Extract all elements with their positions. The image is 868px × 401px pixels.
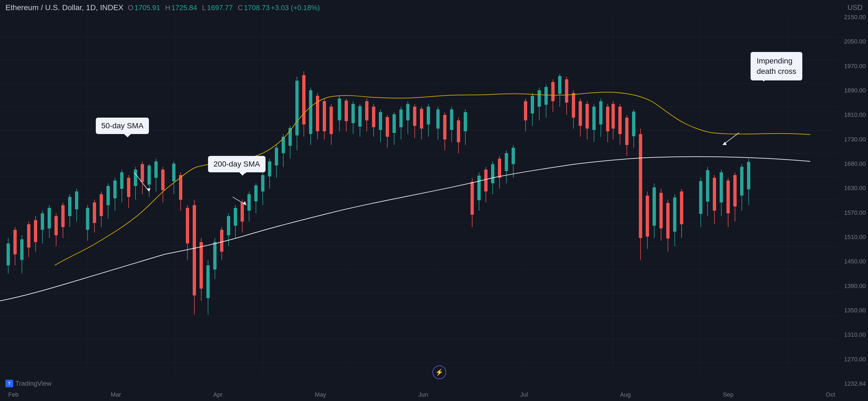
- svg-rect-107: [296, 81, 299, 135]
- svg-rect-211: [659, 193, 663, 228]
- svg-rect-223: [713, 178, 716, 211]
- svg-rect-173: [531, 96, 534, 113]
- svg-rect-35: [41, 213, 44, 230]
- svg-rect-139: [464, 112, 467, 131]
- svg-rect-219: [699, 181, 703, 214]
- x-label-sep: Sep: [723, 391, 734, 398]
- svg-rect-115: [323, 101, 326, 131]
- price-1450: 1450.00: [840, 258, 866, 265]
- svg-rect-125: [358, 106, 362, 127]
- svg-rect-193: [599, 101, 602, 125]
- svg-rect-203: [632, 111, 635, 136]
- x-label-jul: Jul: [520, 391, 528, 398]
- price-1232: 1232.84: [840, 380, 866, 387]
- price-1510: 1510.00: [840, 234, 866, 241]
- svg-rect-71: [172, 164, 176, 181]
- x-label-aug: Aug: [620, 391, 631, 398]
- svg-rect-73: [179, 175, 182, 200]
- svg-rect-67: [154, 161, 158, 178]
- svg-rect-135: [450, 109, 453, 130]
- svg-rect-65: [148, 166, 151, 185]
- svg-rect-221: [706, 170, 709, 202]
- x-label-may: May: [315, 391, 326, 398]
- svg-rect-149: [498, 159, 501, 178]
- svg-rect-229: [733, 175, 737, 206]
- svg-rect-69: [161, 170, 164, 190]
- svg-rect-33: [34, 220, 37, 242]
- close-value: C 1708.73 +3.03 (+0.18%): [238, 4, 320, 12]
- svg-rect-27: [13, 230, 17, 255]
- svg-rect-147: [491, 164, 494, 183]
- svg-rect-227: [726, 180, 730, 213]
- svg-rect-181: [558, 76, 561, 94]
- chart-title: Ethereum / U.S. Dollar, 1D, INDEX: [5, 3, 123, 12]
- ohlc-data: O 1705.91 H 1725.84 L 1697.77 C 1708.73 …: [128, 4, 320, 12]
- lightning-badge[interactable]: ⚡: [433, 365, 446, 379]
- svg-rect-171: [524, 101, 527, 120]
- sma50-annotation: 50-day SMA: [96, 118, 149, 134]
- svg-rect-175: [537, 90, 541, 107]
- svg-rect-43: [68, 197, 71, 216]
- svg-rect-127: [365, 101, 368, 120]
- x-label-jun: Jun: [418, 391, 428, 398]
- svg-rect-153: [512, 148, 515, 164]
- svg-rect-195: [606, 107, 609, 131]
- svg-rect-109: [302, 75, 306, 125]
- svg-rect-225: [720, 172, 723, 202]
- svg-rect-99: [268, 161, 271, 176]
- svg-rect-169: [427, 107, 430, 125]
- svg-rect-31: [27, 224, 30, 247]
- sma200-annotation: 200-day SMA: [208, 156, 266, 172]
- price-1630: 1630.00: [840, 185, 866, 192]
- svg-rect-201: [625, 118, 628, 145]
- price-2050: 2050.00: [840, 38, 866, 45]
- svg-rect-157: [386, 117, 389, 137]
- x-label-apr: Apr: [213, 391, 222, 398]
- price-axis: 2150.00 2050.00 1970.00 1890.00 1810.00 …: [838, 14, 868, 387]
- price-1730: 1730.00: [840, 136, 866, 143]
- svg-rect-37: [48, 208, 51, 228]
- price-2150: 2150.00: [840, 14, 866, 21]
- svg-rect-151: [505, 153, 508, 171]
- svg-rect-217: [680, 192, 683, 224]
- svg-rect-25: [6, 243, 10, 265]
- svg-rect-95: [254, 186, 257, 201]
- svg-rect-93: [247, 194, 251, 211]
- svg-rect-61: [134, 170, 137, 186]
- svg-rect-189: [586, 104, 589, 129]
- svg-rect-91: [241, 202, 244, 222]
- svg-rect-123: [351, 104, 355, 123]
- svg-rect-57: [120, 172, 123, 189]
- price-1680: 1680.00: [840, 160, 866, 167]
- x-label-feb: Feb: [8, 391, 19, 398]
- svg-rect-59: [127, 178, 130, 197]
- svg-rect-187: [579, 101, 582, 126]
- svg-rect-41: [61, 205, 65, 227]
- svg-rect-119: [338, 98, 341, 120]
- svg-rect-177: [545, 87, 548, 105]
- svg-rect-79: [199, 242, 203, 289]
- price-1310: 1310.00: [840, 331, 866, 338]
- svg-rect-179: [551, 82, 555, 101]
- svg-rect-143: [477, 176, 481, 200]
- open-value: O 1705.91: [128, 4, 160, 12]
- svg-rect-159: [393, 114, 396, 133]
- svg-rect-89: [234, 208, 237, 226]
- svg-rect-233: [747, 162, 750, 189]
- svg-rect-97: [261, 175, 265, 192]
- chart-header: Ethereum / U.S. Dollar, 1D, INDEX O 1705…: [5, 3, 320, 12]
- svg-rect-167: [420, 109, 423, 129]
- price-1970: 1970.00: [840, 63, 866, 70]
- price-1810: 1810.00: [840, 111, 866, 119]
- svg-rect-39: [55, 216, 58, 235]
- svg-rect-101: [275, 148, 278, 166]
- svg-rect-83: [213, 242, 217, 269]
- svg-rect-145: [484, 170, 488, 192]
- svg-rect-155: [379, 112, 382, 130]
- death-cross-annotation: Impendingdeath cross: [750, 52, 802, 80]
- svg-rect-137: [457, 120, 460, 142]
- svg-rect-133: [443, 115, 446, 139]
- svg-rect-207: [646, 196, 649, 237]
- svg-rect-63: [141, 164, 144, 182]
- chart-container: Ethereum / U.S. Dollar, 1D, INDEX O 1705…: [0, 0, 868, 401]
